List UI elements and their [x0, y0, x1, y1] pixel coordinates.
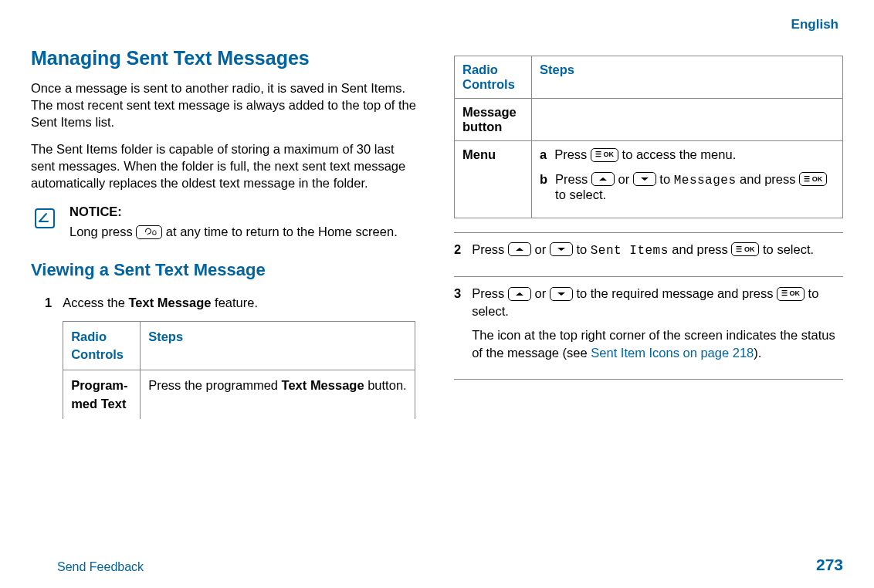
table-row-label: Pro­gram­med Text: [63, 370, 141, 419]
cross-reference-link[interactable]: Sent Item Icons on page 218: [591, 346, 754, 360]
svg-rect-0: [36, 209, 54, 228]
step-content: Press or to Sent Items and press to sele…: [472, 241, 814, 265]
mono-text: Sent Items: [591, 244, 669, 258]
notice-body-before: Long press: [69, 225, 136, 238]
text: Press: [472, 286, 508, 300]
text: and press: [669, 242, 732, 256]
text: Press: [472, 242, 508, 256]
page-number: 273: [816, 556, 843, 574]
table-cell: a Press to access the menu. b: [532, 141, 843, 218]
step-number: 3: [454, 285, 461, 302]
notice-text: NOTICE: Long press at any time to return…: [69, 203, 420, 241]
step-bold: Text Message: [128, 296, 211, 309]
text: to select.: [763, 242, 814, 256]
notice-body-after: at any time to return to the Home screen…: [166, 225, 398, 238]
down-key-icon: [633, 172, 656, 186]
table-cell: Press the programmed Text Mes­sage butto…: [141, 370, 415, 419]
notice-icon: [31, 204, 59, 235]
step-item: 3 Press or to the required message and p…: [454, 276, 843, 380]
substep-letter: a: [540, 147, 547, 163]
down-key-icon: [550, 242, 573, 256]
step-text: Access the: [63, 296, 128, 309]
table-row-label: Message button: [455, 99, 532, 141]
right-column: Radio Controls Steps Message button Menu…: [454, 46, 843, 430]
table-cell-empty: [532, 99, 843, 141]
language-header: English: [31, 17, 843, 32]
radio-controls-table: Radio Controls Steps Pro­gram­med Text P…: [63, 321, 415, 418]
text: to access the menu.: [622, 147, 737, 161]
text: ).: [754, 346, 761, 360]
page-container: English Managing Sent Text Messages Once…: [0, 0, 874, 588]
step-number: 1: [45, 294, 52, 312]
ok-key-icon: [799, 172, 827, 186]
section-heading: Managing Sent Text Messages: [31, 46, 420, 69]
down-key-icon: [550, 287, 573, 301]
paragraph: The Sent Items folder is capable of stor…: [31, 141, 420, 191]
radio-controls-table-continued: Radio Controls Steps Message button Menu…: [454, 56, 843, 218]
text: and press: [736, 172, 799, 186]
text: to the required message and press: [576, 286, 777, 300]
table-row-label: Menu: [455, 141, 532, 218]
two-column-layout: Managing Sent Text Messages Once a messa…: [31, 46, 843, 430]
text: to: [659, 172, 673, 186]
substep: a Press to access the menu.: [540, 147, 835, 163]
paragraph: Once a message is sent to another radio,…: [31, 80, 420, 130]
step-item: 2 Press or to Sent Items and press to se…: [454, 232, 843, 265]
table-header: Steps: [532, 56, 843, 99]
ok-key-icon: [591, 148, 618, 162]
table-header: Radio Controls: [63, 322, 141, 370]
substep: b Press or to Messag­es and press to sel…: [540, 172, 835, 202]
table-header: Steps: [141, 322, 415, 370]
text: to: [576, 242, 590, 256]
substep-body: Press to access the menu.: [554, 147, 736, 163]
up-key-icon: [591, 172, 615, 186]
step-list-continued: 2 Press or to Sent Items and press to se…: [454, 232, 843, 380]
step-content: Press or to the required message and pre…: [472, 285, 843, 368]
step-text: feature.: [211, 296, 258, 309]
back-home-key-icon: [136, 225, 162, 239]
table-header: Radio Controls: [455, 56, 532, 99]
subsection-heading: Viewing a Sent Text Message: [31, 260, 420, 280]
left-column: Managing Sent Text Messages Once a messa…: [31, 46, 420, 430]
mono-text: Messag­es: [674, 174, 737, 188]
notice-block: NOTICE: Long press at any time to return…: [31, 203, 420, 241]
step-item: 1 Access the Text Message feature. Radio…: [45, 294, 420, 418]
ok-key-icon: [731, 242, 759, 256]
step-list: 1 Access the Text Message feature. Radio…: [31, 294, 420, 418]
step-content: Access the Text Message feature. Radio C…: [63, 294, 415, 418]
substep-body: Press or to Messag­es and press to selec…: [555, 172, 835, 202]
notice-label: NOTICE:: [69, 203, 420, 220]
cell-bold: Text Mes­sage: [282, 378, 364, 392]
cell-text: button.: [364, 378, 407, 392]
text: or: [535, 242, 550, 256]
text: Press: [555, 172, 591, 186]
text: or: [618, 172, 632, 186]
page-footer: Send Feedback 273: [31, 556, 843, 574]
up-key-icon: [508, 242, 531, 256]
ok-key-icon: [777, 287, 805, 301]
send-feedback-link[interactable]: Send Feedback: [31, 560, 144, 574]
text: or: [535, 286, 550, 300]
cell-text: Press the programmed: [148, 378, 281, 392]
substep-letter: b: [540, 172, 547, 202]
text: Press: [554, 147, 591, 161]
up-key-icon: [508, 287, 531, 301]
step-number: 2: [454, 241, 461, 259]
text: to select.: [555, 188, 606, 201]
